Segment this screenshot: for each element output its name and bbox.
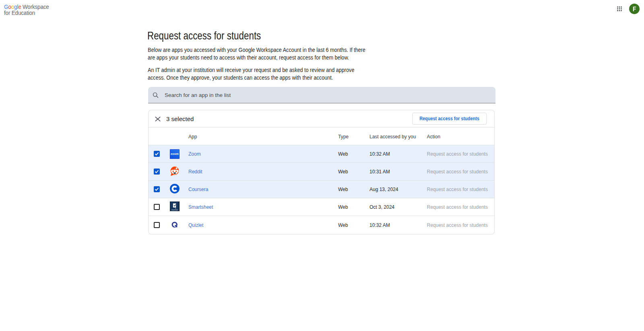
svg-text:smartsheet: smartsheet <box>171 209 178 211</box>
